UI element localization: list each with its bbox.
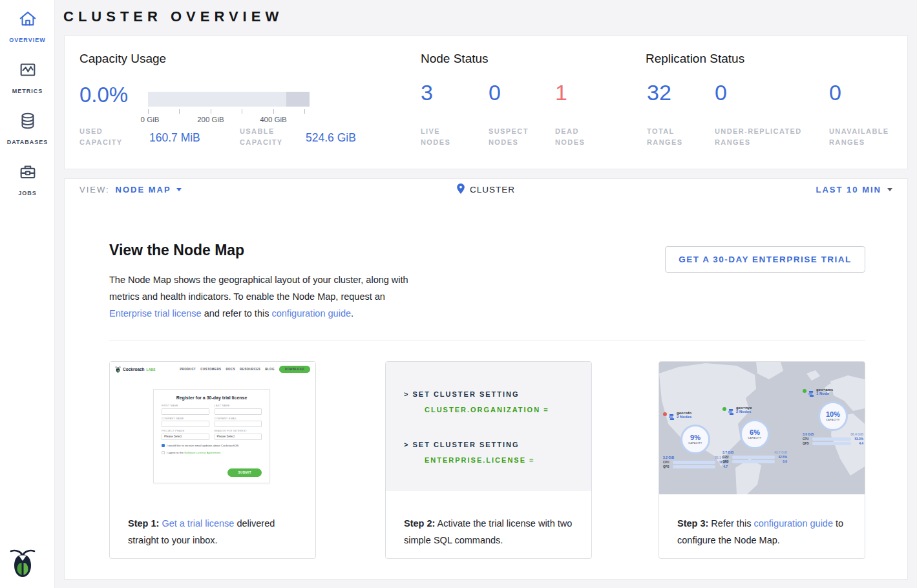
sql-setting: ENTERPRISE.LICENSE = (425, 456, 535, 464)
capacity-usage-title: Capacity Usage (79, 52, 166, 66)
sidebar-item-label: METRICS (12, 88, 43, 94)
node-status-live-icon (803, 389, 806, 393)
unavailable-ranges-label: UNAVAILABLE RANGES (829, 126, 900, 148)
configuration-guide-link[interactable]: configuration guide (271, 308, 351, 319)
used-capacity-label: USED CAPACITY (79, 126, 131, 148)
checkbox-checked (162, 444, 165, 447)
mini-site-header: Cockroach LABS PRODUCT CUSTOMERS DOCS RE… (110, 362, 315, 375)
usable-capacity-label: USABLE CAPACITY (240, 126, 291, 148)
replication-status-title: Replication Status (646, 52, 744, 66)
used-capacity-value: 160.7 MiB (149, 131, 200, 145)
view-label: VIEW: (79, 185, 110, 194)
get-trial-license-link[interactable]: Get a trial license (162, 518, 234, 529)
sparkline (673, 465, 715, 468)
total-value: 36.4 GiB (850, 432, 863, 436)
qps-value: 4.7 (717, 465, 728, 468)
map-node-widget: geo=ams1 Node 10% CAPACITY 3.6 GiB36.4 G… (803, 388, 863, 445)
sql-setting: CLUSTER.ORGANIZATION = (425, 406, 549, 414)
axis-tick-label: 400 GiB (260, 116, 287, 123)
used-value: 3.6 GiB (803, 432, 814, 436)
field-label: COMPANY NAME (162, 417, 209, 420)
used-value: 3.7 GiB (722, 450, 733, 454)
qps-label: QPS (663, 465, 671, 468)
capacity-bar-reserved-segment (286, 92, 310, 107)
chevron-down-icon (887, 188, 892, 191)
axis-tick (148, 109, 149, 114)
field-label: LAST NAME (215, 404, 262, 407)
sidebar-item-databases[interactable]: DATABASES (0, 102, 55, 153)
time-range-dropdown[interactable]: LAST 10 MIN (816, 185, 892, 194)
nav-link: CUSTOMERS (200, 368, 221, 371)
map-node-widget: geo=sfo2 Nodes 9% CAPACITY 3.2 GiB35.1 G… (663, 411, 728, 468)
step-number: Step 1: (128, 518, 159, 529)
checkbox-unchecked (162, 451, 165, 454)
axis-tick (304, 109, 305, 114)
live-nodes-label: LIVE NODES (421, 126, 466, 148)
view-selector-value: NODE MAP (116, 185, 171, 194)
sidebar-item-overview[interactable]: OVERVIEW (0, 0, 55, 51)
capacity-label: CAPACITY (826, 419, 839, 421)
download-button: DOWNLOAD (279, 366, 310, 373)
briefcase-icon (18, 162, 37, 182)
axis-tick-label: 0 GiB (141, 116, 160, 123)
map-node-widget: geo=nyc2 Nodes 6% CAPACITY 3.7 GiB43.7 G… (722, 406, 787, 463)
form-title: Register for a 30-day trial license (162, 395, 262, 400)
cockroach-labs-logo: Cockroach LABS (115, 366, 155, 373)
step3-card: geo=sfo2 Nodes 9% CAPACITY 3.2 GiB35.1 G… (659, 361, 865, 559)
description-text: and refer to this (202, 308, 272, 319)
metrics-icon (18, 60, 37, 79)
sidebar-item-jobs[interactable]: JOBS (0, 153, 55, 204)
capacity-percent: 10% (826, 411, 840, 418)
live-nodes-value: 3 (421, 80, 433, 105)
time-range-value: LAST 10 MIN (816, 185, 881, 194)
qps-value: 4.4 (853, 442, 863, 445)
home-icon (18, 9, 37, 28)
submit-button: SUBMIT (227, 468, 262, 477)
sparkline (732, 460, 775, 463)
cpu-label: CPU (803, 437, 810, 441)
sidebar-item-label: DATABASES (7, 139, 48, 145)
registration-site-thumbnail: Cockroach LABS PRODUCT CUSTOMERS DOCS RE… (110, 362, 315, 504)
configuration-guide-link[interactable]: configuration guide (754, 518, 833, 529)
total-ranges-label: TOTAL RANGES (647, 126, 692, 148)
total-value: 43.7 GiB (774, 450, 787, 454)
sparkline (812, 442, 851, 445)
description-text: . (351, 308, 353, 319)
step3-caption: Step 3: Refer this configuration guide t… (659, 494, 865, 549)
view-selector-dropdown[interactable]: NODE MAP (116, 185, 182, 194)
location-pin-icon (457, 184, 465, 196)
nav-link: BLOG (265, 368, 275, 371)
checkbox-label: I would like to receive email updates ab… (167, 444, 239, 447)
enterprise-trial-license-link[interactable]: Enterprise trial license (109, 308, 202, 319)
cpu-label: CPU (722, 456, 730, 459)
database-icon (18, 111, 37, 131)
get-enterprise-trial-button[interactable]: GET A 30-DAY ENTERPRISE TRIAL (665, 246, 865, 273)
nav-link: RESOURCES (240, 368, 260, 371)
field-label: PROJECT PHASE (162, 430, 209, 432)
text-input (215, 408, 262, 415)
sidebar-item-metrics[interactable]: METRICS (0, 51, 55, 102)
capacity-percent: 0.0% (79, 83, 128, 107)
cluster-summary-card: Capacity Usage 0.0% 0 GiB 200 GiB 400 Gi… (64, 36, 908, 169)
step-number: Step 2: (404, 518, 435, 529)
qps-label: QPS (722, 460, 730, 463)
sidebar: OVERVIEW METRICS DATABASES JOBS (0, 0, 55, 588)
node-count: 2 Nodes (677, 415, 691, 419)
section-heading: View the Node Map (109, 242, 244, 259)
description-text: The Node Map shows the geographical layo… (109, 275, 408, 302)
node-status-live-icon (722, 407, 726, 411)
capacity-gauge: 9% CAPACITY (680, 425, 710, 454)
node-map-thumbnail: geo=sfo2 Nodes 9% CAPACITY 3.2 GiB35.1 G… (659, 362, 865, 494)
sql-commands-panel: > SET CLUSTER SETTING CLUSTER.ORGANIZATI… (386, 362, 591, 491)
field-label: COMPANY EMAIL (215, 417, 262, 420)
license-agreement-link: Software License Agreement. (184, 451, 221, 454)
sparkline (673, 461, 715, 464)
capacity-gauge: 6% CAPACITY (740, 419, 770, 449)
sql-command: > SET CLUSTER SETTING (404, 441, 520, 448)
under-replicated-ranges-value: 0 (715, 80, 727, 105)
axis-tick (242, 109, 242, 114)
axis-tick (179, 109, 180, 114)
select-input: Please Select (162, 434, 209, 440)
field-label: FIRST NAME (162, 404, 209, 407)
total-ranges-value: 32 (647, 80, 671, 105)
